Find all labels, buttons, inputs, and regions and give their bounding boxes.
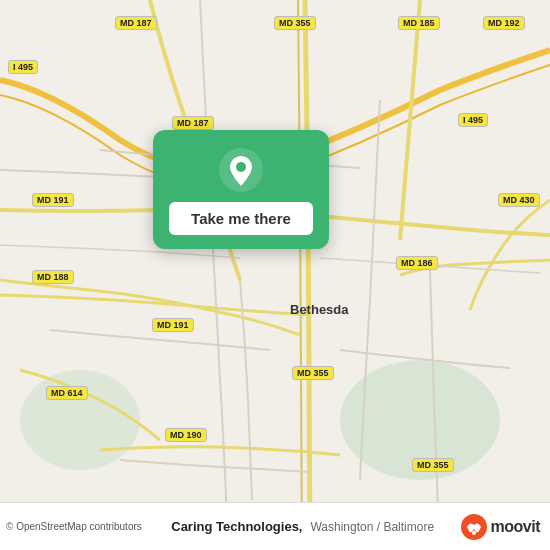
moovit-text: moovit bbox=[491, 518, 540, 536]
map-container: I 495 MD 187 MD 355 MD 185 MD 192 MD 187… bbox=[0, 0, 550, 550]
svg-point-4 bbox=[236, 162, 246, 172]
location-subtitle: Washington / Baltimore bbox=[310, 520, 434, 534]
road-badge-i495-right: I 495 bbox=[458, 113, 488, 127]
bottom-left-section: © OpenStreetMap contributors bbox=[6, 521, 142, 532]
road-badge-md355-top: MD 355 bbox=[274, 16, 316, 30]
svg-point-1 bbox=[20, 370, 140, 470]
road-badge-md430: MD 430 bbox=[498, 193, 540, 207]
moovit-logo: moovit bbox=[460, 513, 540, 541]
road-badge-md188: MD 188 bbox=[32, 270, 74, 284]
road-badge-i495-nw: I 495 bbox=[8, 60, 38, 74]
location-card: Take me there bbox=[153, 130, 329, 249]
road-badge-md190: MD 190 bbox=[165, 428, 207, 442]
road-badge-md355-bot2: MD 355 bbox=[412, 458, 454, 472]
bethesda-label: Bethesda bbox=[290, 302, 349, 317]
road-badge-md614: MD 614 bbox=[46, 386, 88, 400]
location-title: Caring Technologies, bbox=[171, 519, 302, 534]
osm-copyright: © OpenStreetMap contributors bbox=[6, 521, 142, 532]
bottom-center-section: Caring Technologies, Washington / Baltim… bbox=[167, 519, 434, 534]
svg-point-6 bbox=[472, 531, 476, 535]
road-badge-md185-top: MD 185 bbox=[398, 16, 440, 30]
road-badge-md187-top: MD 187 bbox=[115, 16, 157, 30]
road-badge-md192-top: MD 192 bbox=[483, 16, 525, 30]
road-badge-md187-mid: MD 187 bbox=[172, 116, 214, 130]
map-roads bbox=[0, 0, 550, 550]
location-pin-icon bbox=[219, 148, 263, 192]
take-me-there-button[interactable]: Take me there bbox=[169, 202, 313, 235]
road-badge-md186: MD 186 bbox=[396, 256, 438, 270]
bottom-bar: © OpenStreetMap contributors Caring Tech… bbox=[0, 502, 550, 550]
road-badge-md191-bot: MD 191 bbox=[152, 318, 194, 332]
road-badge-md191-left: MD 191 bbox=[32, 193, 74, 207]
moovit-icon bbox=[460, 513, 488, 541]
road-badge-md355-bot1: MD 355 bbox=[292, 366, 334, 380]
